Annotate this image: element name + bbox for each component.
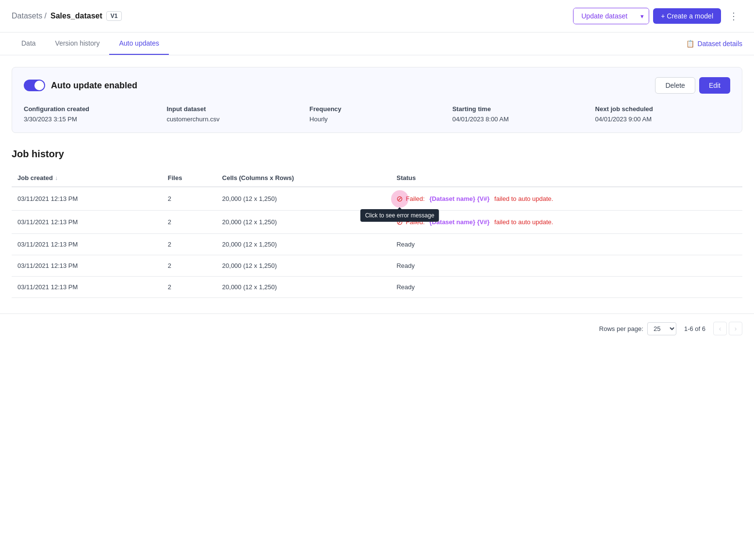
page-header: Datasets / Sales_dataset V1 Update datas…: [0, 0, 754, 33]
header-actions: Update dataset ▾ + Create a model ⋮: [573, 8, 742, 24]
card-actions: Delete Edit: [655, 77, 730, 94]
input-dataset-label: Input dataset: [166, 105, 301, 113]
edit-button[interactable]: Edit: [699, 77, 730, 94]
job-created-cell: 03/11/2021 12:13 PM: [12, 234, 162, 255]
error-icon-wrapper[interactable]: ⊘ Click to see error message: [396, 194, 403, 203]
frequency-label: Frequency: [310, 105, 444, 113]
table-row: 03/11/2021 12:13 PM 2 20,000 (12 x 1,250…: [12, 187, 742, 211]
config-grid: Configuration created 3/30/2023 3:15 PM …: [24, 105, 730, 123]
tabs-bar: Data Version history Auto updates 📋 Data…: [0, 33, 754, 55]
col-cells: Cells (Columns x Rows): [216, 169, 391, 187]
rows-per-page-label: Rows per page:: [599, 325, 643, 332]
status-cell: Ready: [391, 277, 742, 298]
table-header-row: Job created ↓ Files Cells (Columns x Row…: [12, 169, 742, 187]
create-model-button[interactable]: + Create a model: [653, 8, 721, 24]
breadcrumb-area: Datasets / Sales_dataset V1: [12, 11, 122, 21]
col-files-label: Files: [168, 174, 182, 181]
job-created-cell: 03/11/2021 12:13 PM: [12, 277, 162, 298]
pagination: Rows per page: 25 50 100 1-6 of 6 ‹ ›: [0, 313, 754, 343]
failed-suffix: failed to auto update.: [492, 195, 553, 202]
files-cell: 2: [162, 277, 216, 298]
status-cell: Ready: [391, 234, 742, 255]
config-frequency: Frequency Hourly: [310, 105, 444, 123]
failed-highlight: {Dataset name} {V#}: [429, 195, 490, 202]
cells-cell: 20,000 (12 x 1,250): [216, 255, 391, 277]
next-job-label: Next job scheduled: [595, 105, 730, 113]
col-files: Files: [162, 169, 216, 187]
config-created-value: 3/30/2023 3:15 PM: [24, 115, 159, 123]
files-cell: 2: [162, 211, 216, 234]
files-cell: 2: [162, 255, 216, 277]
prev-page-button[interactable]: ‹: [713, 322, 727, 335]
status-cell: ⊘ Failed: {Dataset name} {V#} failed to …: [391, 211, 742, 234]
update-dataset-button[interactable]: Update dataset ▾: [573, 8, 649, 24]
tab-auto-updates[interactable]: Auto updates: [109, 33, 169, 55]
status-ready: Ready: [396, 262, 415, 269]
input-dataset-value: customerchurn.csv: [166, 115, 301, 123]
status-ready: Ready: [396, 241, 415, 248]
table-row: 03/11/2021 12:13 PM 2 20,000 (12 x 1,250…: [12, 277, 742, 298]
cells-cell: 20,000 (12 x 1,250): [216, 277, 391, 298]
config-created-label: Configuration created: [24, 105, 159, 113]
chevron-down-icon: ▾: [640, 13, 644, 20]
update-dataset-dropdown[interactable]: ▾: [636, 9, 649, 24]
version-badge: V1: [106, 11, 122, 21]
error-circle-icon[interactable]: ⊘: [396, 217, 403, 227]
table-row: 03/11/2021 12:13 PM 2 20,000 (12 x 1,250…: [12, 255, 742, 277]
auto-update-toggle[interactable]: [24, 80, 45, 91]
cells-cell: 20,000 (12 x 1,250): [216, 187, 391, 211]
dataset-name: Sales_dataset: [50, 12, 102, 20]
rows-per-page: Rows per page: 25 50 100: [599, 322, 676, 335]
config-created: Configuration created 3/30/2023 3:15 PM: [24, 105, 159, 123]
status-ready: Ready: [396, 283, 415, 291]
next-page-button[interactable]: ›: [729, 322, 742, 335]
dataset-details-icon: 📋: [686, 40, 694, 48]
next-job-value: 04/01/2023 9:00 AM: [595, 115, 730, 123]
dataset-details-link[interactable]: 📋 Dataset details: [686, 40, 742, 48]
col-job-created[interactable]: Job created ↓: [12, 169, 162, 187]
delete-button[interactable]: Delete: [655, 77, 695, 94]
auto-update-header: Auto update enabled Delete Edit: [24, 77, 730, 94]
status-failed: ⊘ Click to see error message Failed: {Da…: [396, 194, 737, 203]
update-dataset-main[interactable]: Update dataset: [574, 8, 635, 24]
auto-update-title-area: Auto update enabled: [24, 80, 137, 91]
col-job-created-label: Job created: [17, 174, 53, 181]
sort-icon: ↓: [55, 175, 58, 181]
col-cells-label: Cells (Columns x Rows): [222, 174, 294, 181]
config-next-job: Next job scheduled 04/01/2023 9:00 AM: [595, 105, 730, 123]
error-circle-icon: ⊘: [396, 195, 403, 203]
rows-per-page-select[interactable]: 25 50 100: [647, 322, 676, 335]
job-history-table: Job created ↓ Files Cells (Columns x Row…: [12, 169, 742, 298]
page-info: 1-6 of 6: [684, 325, 705, 332]
files-cell: 2: [162, 187, 216, 211]
config-starting-time: Starting time 04/01/2023 8:00 AM: [452, 105, 587, 123]
status-cell: ⊘ Click to see error message Failed: {Da…: [391, 187, 742, 211]
col-status: Status: [391, 169, 742, 187]
breadcrumb-prefix: Datasets /: [12, 12, 47, 20]
toggle-knob: [34, 81, 44, 90]
job-created-cell: 03/11/2021 12:13 PM: [12, 211, 162, 234]
table-row: 03/11/2021 12:13 PM 2 20,000 (12 x 1,250…: [12, 234, 742, 255]
tab-data[interactable]: Data: [12, 33, 46, 55]
error-icon-glow: ⊘: [396, 194, 403, 203]
job-created-cell: 03/11/2021 12:13 PM: [12, 255, 162, 277]
tabs-list: Data Version history Auto updates: [12, 33, 169, 55]
status-cell: Ready: [391, 255, 742, 277]
starting-time-label: Starting time: [452, 105, 587, 113]
status-failed: ⊘ Failed: {Dataset name} {V#} failed to …: [396, 217, 737, 227]
failed-prefix: Failed:: [406, 218, 426, 226]
failed-suffix: failed to auto update.: [492, 218, 553, 226]
tab-version-history[interactable]: Version history: [46, 33, 110, 55]
auto-update-label: Auto update enabled: [51, 81, 137, 91]
job-created-cell: 03/11/2021 12:13 PM: [12, 187, 162, 211]
cells-cell: 20,000 (12 x 1,250): [216, 234, 391, 255]
cells-cell: 20,000 (12 x 1,250): [216, 211, 391, 234]
frequency-value: Hourly: [310, 115, 444, 123]
ellipsis-icon: ⋮: [729, 11, 738, 21]
auto-update-card: Auto update enabled Delete Edit Configur…: [12, 67, 742, 133]
failed-highlight: {Dataset name} {V#}: [429, 218, 490, 226]
dataset-details-label: Dataset details: [697, 40, 742, 48]
job-history-title: Job history: [12, 148, 742, 160]
config-input-dataset: Input dataset customerchurn.csv: [166, 105, 301, 123]
more-options-button[interactable]: ⋮: [725, 8, 742, 24]
